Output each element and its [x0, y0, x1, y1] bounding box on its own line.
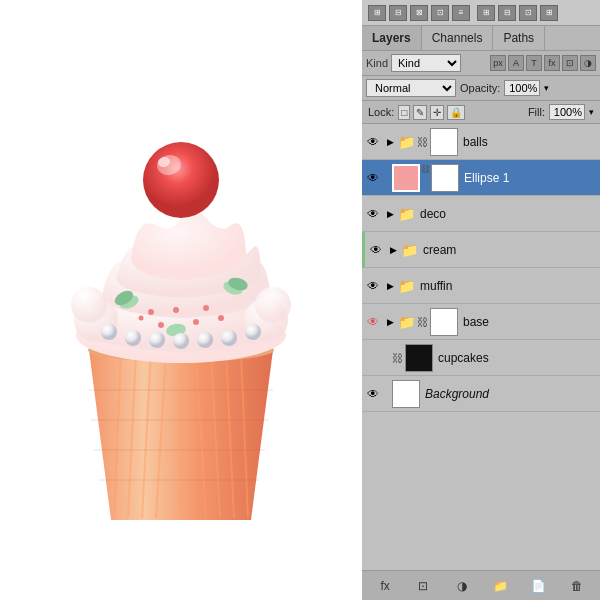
thumb-background: [392, 380, 420, 408]
expand-muffin[interactable]: ▶: [384, 280, 396, 292]
svg-point-24: [158, 322, 164, 328]
svg-point-29: [218, 315, 224, 321]
add-style-icon[interactable]: fx: [375, 576, 395, 596]
thumb-pair-ellipse1: ⛓: [392, 164, 459, 192]
toolbar-icon-7[interactable]: ⊟: [498, 5, 516, 21]
new-layer-icon[interactable]: 📄: [528, 576, 548, 596]
expand-deco[interactable]: ▶: [384, 208, 396, 220]
filter-row: Kind Kind px A T fx ⊡ ◑: [362, 51, 600, 76]
expand-balls[interactable]: ▶: [384, 136, 396, 148]
layer-row-cream[interactable]: 👁 ▶ 📁 cream: [362, 232, 600, 268]
layer-row-muffin[interactable]: 👁 ▶ 📁 muffin: [362, 268, 600, 304]
fill-input[interactable]: [549, 104, 585, 120]
cupcake-image: [0, 0, 362, 600]
toolbar-icon-9[interactable]: ⊞: [540, 5, 558, 21]
eye-icon-deco[interactable]: 👁: [364, 205, 382, 223]
folder-icon-balls: 📁: [398, 134, 415, 150]
eye-icon-cream[interactable]: 👁: [367, 241, 385, 259]
chain-icon-balls[interactable]: ⛓: [417, 136, 428, 148]
svg-point-34: [173, 333, 189, 349]
filter-icon-px[interactable]: px: [490, 55, 506, 71]
eye-icon-cupcakes[interactable]: [364, 349, 382, 367]
toolbar-icon-1[interactable]: ⊞: [368, 5, 386, 21]
toolbar-icon-3[interactable]: ⊠: [410, 5, 428, 21]
folder-icon-base: 📁: [398, 314, 415, 330]
svg-point-18: [255, 287, 291, 323]
new-fill-icon[interactable]: ◑: [452, 576, 472, 596]
lock-image-icon[interactable]: ✎: [413, 105, 427, 120]
chain-icon-base[interactable]: ⛓: [417, 316, 428, 328]
tab-channels[interactable]: Channels: [422, 26, 494, 50]
toolbar-icon-5[interactable]: ≡: [452, 5, 470, 21]
layer-row-balls[interactable]: 👁 ▶ 📁 ⛓ balls: [362, 124, 600, 160]
layers-list[interactable]: 👁 ▶ 📁 ⛓ balls 👁 ⛓ Ellipse 1 👁 ▶ 📁 deco: [362, 124, 600, 570]
eye-icon-base[interactable]: 👁: [364, 313, 382, 331]
layer-name-balls: balls: [460, 135, 598, 149]
layer-name-cupcakes: cupcakes: [435, 351, 598, 365]
blend-mode-row: Normal Opacity: ▾: [362, 76, 600, 101]
eye-icon-balls[interactable]: 👁: [364, 133, 382, 151]
svg-point-28: [173, 307, 179, 313]
layer-name-background: Background: [422, 387, 598, 401]
lock-all-icon[interactable]: 🔒: [447, 105, 465, 120]
filter-icon-adj[interactable]: ◑: [580, 55, 596, 71]
filter-icon-t[interactable]: T: [526, 55, 542, 71]
filter-select[interactable]: Kind: [391, 54, 461, 72]
fill-arrow[interactable]: ▾: [589, 107, 594, 117]
expand-cream[interactable]: ▶: [387, 244, 399, 256]
folder-icon-cream: 📁: [401, 242, 418, 258]
cupcake-svg: [21, 40, 341, 560]
svg-point-25: [193, 319, 199, 325]
svg-point-27: [203, 305, 209, 311]
svg-point-31: [101, 324, 117, 340]
expand-ellipse1[interactable]: [384, 172, 390, 184]
chain-ellipse1[interactable]: ⛓: [421, 164, 430, 192]
filter-icon-fx[interactable]: fx: [544, 55, 560, 71]
tab-paths[interactable]: Paths: [493, 26, 545, 50]
layer-row-base[interactable]: 👁 ▶ 📁 ⛓ base: [362, 304, 600, 340]
folder-icon-deco: 📁: [398, 206, 415, 222]
panel-toolbar: ⊞ ⊟ ⊠ ⊡ ≡ ⊞ ⊟ ⊡ ⊞: [362, 0, 600, 26]
layer-name-muffin: muffin: [417, 279, 598, 293]
blend-mode-select[interactable]: Normal: [366, 79, 456, 97]
toolbar-icon-4[interactable]: ⊡: [431, 5, 449, 21]
lock-transparent-icon[interactable]: □: [398, 105, 410, 120]
thumb-ellipse1-right: [431, 164, 459, 192]
layer-name-deco: deco: [417, 207, 598, 221]
filter-icons: px A T fx ⊡ ◑: [490, 55, 596, 71]
chain-icon-cupcakes[interactable]: ⛓: [392, 352, 403, 364]
tab-layers[interactable]: Layers: [362, 26, 422, 50]
opacity-arrow[interactable]: ▾: [544, 83, 549, 93]
layer-row-deco[interactable]: 👁 ▶ 📁 deco: [362, 196, 600, 232]
add-mask-icon[interactable]: ⊡: [413, 576, 433, 596]
folder-icon-muffin: 📁: [398, 278, 415, 294]
layers-panel: ⊞ ⊟ ⊠ ⊡ ≡ ⊞ ⊟ ⊡ ⊞ Layers Channels Paths …: [362, 0, 600, 600]
lock-position-icon[interactable]: ✛: [430, 105, 444, 120]
lock-icons: □ ✎ ✛ 🔒: [398, 105, 465, 120]
filter-icon-cam[interactable]: ⊡: [562, 55, 578, 71]
svg-point-33: [149, 332, 165, 348]
opacity-label: Opacity:: [460, 82, 500, 94]
toolbar-icon-6[interactable]: ⊞: [477, 5, 495, 21]
svg-point-17: [71, 287, 107, 323]
eye-icon-muffin[interactable]: 👁: [364, 277, 382, 295]
eye-icon-ellipse1[interactable]: 👁: [364, 169, 382, 187]
filter-icon-a[interactable]: A: [508, 55, 524, 71]
delete-layer-icon[interactable]: 🗑: [567, 576, 587, 596]
expand-base[interactable]: ▶: [384, 316, 396, 328]
fill-label: Fill:: [528, 106, 545, 118]
svg-point-37: [245, 324, 261, 340]
expand-cupcakes[interactable]: [384, 352, 390, 364]
expand-background[interactable]: [384, 388, 390, 400]
toolbar-icon-8[interactable]: ⊡: [519, 5, 537, 21]
layer-row-cupcakes[interactable]: ⛓ cupcakes: [362, 340, 600, 376]
opacity-input[interactable]: [504, 80, 540, 96]
eye-icon-background[interactable]: 👁: [364, 385, 382, 403]
toolbar-icon-2[interactable]: ⊟: [389, 5, 407, 21]
filter-label: Kind: [366, 57, 388, 69]
layer-row-background[interactable]: 👁 Background: [362, 376, 600, 412]
svg-point-38: [143, 142, 219, 218]
svg-point-30: [139, 316, 144, 321]
layer-row-ellipse1[interactable]: 👁 ⛓ Ellipse 1: [362, 160, 600, 196]
new-group-icon[interactable]: 📁: [490, 576, 510, 596]
